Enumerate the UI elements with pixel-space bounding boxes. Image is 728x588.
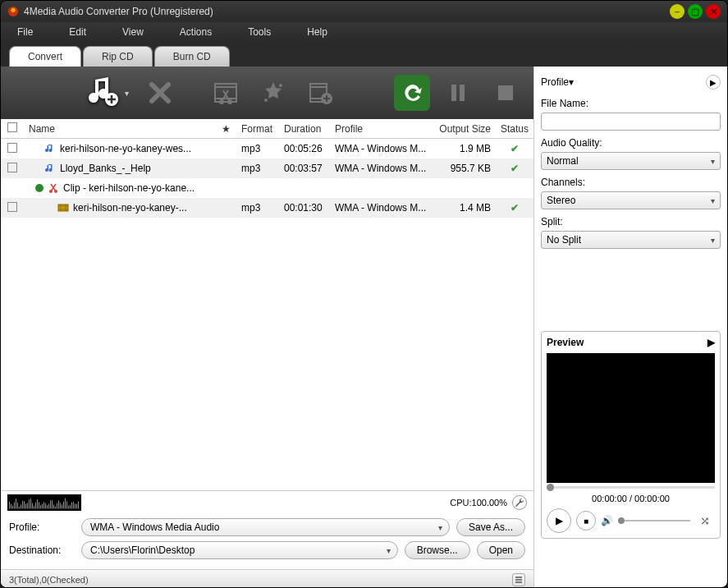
row-duration: 00:01:30 bbox=[284, 202, 335, 214]
preview-screen bbox=[547, 353, 715, 483]
save-as-button[interactable]: Save As... bbox=[456, 518, 525, 536]
filename-label: File Name: bbox=[541, 98, 721, 109]
side-profile-expand-button[interactable]: ▶ bbox=[706, 75, 721, 90]
open-button[interactable]: Open bbox=[477, 541, 525, 559]
convert-button[interactable] bbox=[394, 75, 430, 111]
check-icon: ✔ bbox=[511, 202, 519, 214]
table-row[interactable]: Lloyd_Banks_-_Helpmp300:03:57WMA - Windo… bbox=[1, 158, 533, 178]
waveform-display bbox=[7, 494, 81, 511]
check-icon: ✔ bbox=[511, 143, 519, 154]
volume-icon: 🔊 bbox=[601, 515, 613, 526]
snapshot-button[interactable]: ⤮ bbox=[695, 511, 715, 531]
tab-rip-cd[interactable]: Rip CD bbox=[83, 46, 153, 67]
column-format[interactable]: Format bbox=[241, 123, 284, 135]
audio-quality-label: Audio Quality: bbox=[541, 137, 721, 149]
row-checkbox[interactable] bbox=[7, 163, 17, 172]
menu-tools[interactable]: Tools bbox=[248, 26, 271, 38]
profile-label: Profile: bbox=[9, 521, 75, 533]
profile-select[interactable]: WMA - Windows Media Audio bbox=[81, 518, 450, 536]
row-duration: 00:05:26 bbox=[284, 143, 335, 154]
row-format: mp3 bbox=[241, 202, 284, 214]
row-size: 1.9 MB bbox=[433, 143, 496, 154]
menu-view[interactable]: View bbox=[122, 26, 144, 38]
menu-help[interactable]: Help bbox=[307, 26, 327, 38]
add-file-button[interactable]: ▾ bbox=[83, 73, 132, 113]
row-name: keri-hilson-ne-yo-kaney-wes... bbox=[60, 143, 191, 154]
cpu-settings-button[interactable] bbox=[512, 495, 527, 510]
column-name[interactable]: Name bbox=[24, 123, 222, 135]
column-profile[interactable]: Profile bbox=[335, 123, 433, 135]
film-icon bbox=[57, 201, 70, 214]
maximize-button[interactable]: ▢ bbox=[688, 4, 703, 19]
row-name: keri-hilson-ne-yo-kaney-... bbox=[73, 202, 187, 214]
column-star[interactable]: ★ bbox=[222, 123, 241, 135]
channels-label: Channels: bbox=[541, 177, 721, 188]
column-duration[interactable]: Duration bbox=[284, 123, 335, 135]
app-icon bbox=[7, 6, 19, 17]
tab-convert[interactable]: Convert bbox=[9, 46, 81, 67]
delete-button[interactable] bbox=[140, 73, 180, 113]
row-size: 955.7 KB bbox=[433, 163, 496, 174]
preview-play-button[interactable]: ▶ bbox=[547, 508, 571, 533]
svg-rect-11 bbox=[460, 85, 465, 101]
svg-point-7 bbox=[264, 99, 268, 102]
split-select[interactable]: No Split bbox=[541, 231, 721, 249]
svg-point-6 bbox=[279, 84, 282, 87]
row-format: mp3 bbox=[241, 143, 284, 154]
preview-seek-slider[interactable] bbox=[547, 486, 715, 489]
clip-icon bbox=[47, 181, 60, 195]
row-checkbox[interactable] bbox=[7, 143, 17, 153]
row-format: mp3 bbox=[241, 163, 284, 174]
column-output-size[interactable]: Output Size bbox=[433, 123, 496, 135]
cpu-usage: CPU:100.00% bbox=[450, 498, 507, 508]
select-all-checkbox[interactable] bbox=[7, 122, 17, 132]
row-checkbox[interactable] bbox=[7, 202, 17, 212]
svg-rect-15 bbox=[58, 204, 68, 211]
row-size: 1.4 MB bbox=[433, 202, 496, 214]
preview-time: 00:00:00 / 00:00:00 bbox=[547, 494, 715, 503]
row-name: Clip - keri-hilson-ne-yo-kane... bbox=[63, 182, 195, 194]
menu-file[interactable]: File bbox=[17, 26, 33, 38]
minimize-button[interactable]: – bbox=[670, 4, 685, 19]
svg-point-1 bbox=[11, 8, 15, 12]
list-view-button[interactable] bbox=[512, 573, 525, 586]
music-icon bbox=[43, 162, 57, 175]
side-profile-header: Profile▾ bbox=[541, 76, 574, 88]
browse-button[interactable]: Browse... bbox=[405, 541, 470, 559]
audio-quality-select[interactable]: Normal bbox=[541, 152, 721, 170]
row-profile: WMA - Windows M... bbox=[335, 143, 433, 154]
tab-burn-cd[interactable]: Burn CD bbox=[154, 46, 230, 67]
check-icon: ✔ bbox=[511, 163, 519, 174]
row-duration: 00:03:57 bbox=[284, 163, 335, 174]
table-row[interactable]: keri-hilson-ne-yo-kaney-...mp300:01:30WM… bbox=[1, 198, 533, 218]
row-name: Lloyd_Banks_-_Help bbox=[60, 163, 151, 174]
row-profile: WMA - Windows M... bbox=[335, 163, 433, 174]
add-to-output-button[interactable] bbox=[301, 73, 341, 113]
svg-rect-10 bbox=[451, 85, 456, 101]
effects-button[interactable] bbox=[254, 73, 293, 113]
clip-button[interactable] bbox=[206, 73, 245, 113]
destination-select[interactable]: C:\Users\Florin\Desktop bbox=[81, 541, 398, 559]
preview-stop-button[interactable]: ■ bbox=[576, 511, 596, 531]
menu-edit[interactable]: Edit bbox=[69, 26, 86, 38]
column-status[interactable]: Status bbox=[496, 123, 533, 135]
window-title: 4Media Audio Converter Pro (Unregistered… bbox=[24, 6, 213, 17]
filename-input[interactable] bbox=[541, 113, 721, 131]
destination-label: Destination: bbox=[9, 544, 75, 556]
table-row[interactable]: keri-hilson-ne-yo-kaney-wes...mp300:05:2… bbox=[1, 139, 533, 158]
channels-select[interactable]: Stereo bbox=[541, 191, 721, 209]
pause-button[interactable] bbox=[438, 73, 478, 113]
status-text: 3(Total),0(Checked) bbox=[9, 575, 89, 585]
menu-actions[interactable]: Actions bbox=[180, 26, 212, 38]
close-button[interactable]: ✕ bbox=[706, 4, 721, 19]
table-row[interactable]: Clip - keri-hilson-ne-yo-kane... bbox=[1, 178, 533, 198]
split-label: Split: bbox=[541, 216, 721, 227]
preview-header: Preview bbox=[547, 337, 584, 348]
svg-rect-12 bbox=[498, 85, 513, 100]
stop-button[interactable] bbox=[486, 73, 525, 113]
volume-slider[interactable] bbox=[618, 520, 690, 521]
music-icon bbox=[43, 142, 57, 155]
preview-expand-button[interactable]: ▶ bbox=[707, 337, 715, 348]
row-profile: WMA - Windows M... bbox=[335, 202, 433, 214]
